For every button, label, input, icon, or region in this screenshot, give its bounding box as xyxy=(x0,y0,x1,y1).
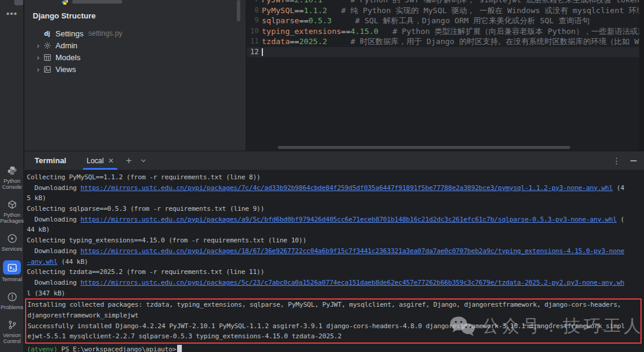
terminal-line-9: -any.whl (44 kB) xyxy=(27,257,644,267)
terminal-type-chevron-icon[interactable] xyxy=(140,157,147,164)
terminal-options-icon[interactable]: ⋮ xyxy=(612,156,621,166)
operator: == xyxy=(295,6,304,15)
new-terminal-tab-button[interactable]: + xyxy=(126,155,132,167)
terminal-output[interactable]: Collecting PyMySQL==1.1.2 (from -r requi… xyxy=(24,170,644,352)
activity-tool-version-control[interactable]: VersionControl xyxy=(0,319,24,344)
download-link[interactable]: https://mirrors.ustc.edu.cn/pypi/package… xyxy=(80,184,613,192)
terminal-text: (4 xyxy=(613,184,624,192)
code-text: PyMySQL==1.1.2 # 纯 Python 实现的 MySQL 驱动， … xyxy=(262,5,644,16)
tab-close-icon[interactable]: ✕ xyxy=(108,157,114,165)
activity-tool-services[interactable]: Services xyxy=(0,232,24,252)
line-number: 10 xyxy=(247,26,259,37)
line-number: 11 xyxy=(247,36,259,47)
tree-item-views[interactable]: ›Views xyxy=(24,63,246,75)
problems-icon xyxy=(5,291,18,303)
tree-item-label: Settings xyxy=(55,29,83,38)
terminal-text: 44 kB) xyxy=(27,226,50,233)
tree-item-admin[interactable]: ›Admin xyxy=(24,39,246,51)
terminal-line-boxed: Installing collected packages: tzdata, t… xyxy=(27,300,640,310)
panel-scrollbar-thumb[interactable] xyxy=(237,0,240,21)
gap xyxy=(332,16,355,25)
editor-line-9: 9sqlparse==0.5.3 # SQL 解析工具，Django ORM 用… xyxy=(247,15,644,26)
terminal-text: (44 kB) xyxy=(57,258,88,266)
terminal-text: l (347 kB) xyxy=(27,289,65,297)
chevron-right-icon[interactable]: › xyxy=(34,53,42,62)
views-icon xyxy=(42,65,52,73)
install-result-highlight-box: Installing collected packages: tzdata, t… xyxy=(25,298,642,344)
code-text: sqlparse==0.5.3 # SQL 解析工具，Django ORM 用它… xyxy=(262,15,590,26)
chevron-right-icon[interactable]: › xyxy=(34,41,42,50)
editor-line-7: 7PyJWT==2.10.1 # Python 的 JWT 编码/解码库， si… xyxy=(247,0,644,5)
terminal-line-8: Downloading https://mirrors.ustc.edu.cn/… xyxy=(27,246,644,257)
terminal-line-3: 5 kB) xyxy=(27,193,644,204)
terminal-text: Downloading xyxy=(27,247,80,255)
editor-lines: 7PyJWT==2.10.1 # Python 的 JWT 编码/解码库， si… xyxy=(247,0,644,57)
line-number: 9 xyxy=(247,15,259,26)
editor-line-8: 8PyMySQL==1.1.2 # 纯 Python 实现的 MySQL 驱动，… xyxy=(247,5,644,16)
download-link[interactable]: https://mirrors.ustc.edu.cn/pypi/package… xyxy=(80,216,617,223)
activity-tool-python-console[interactable]: PythonConsole xyxy=(0,164,24,190)
terminal-tab-local[interactable]: Local ✕ xyxy=(83,151,117,170)
package-name: tzdata xyxy=(262,37,290,46)
tree-item-models[interactable]: ›Models xyxy=(24,51,246,63)
terminal-line-4: Collecting sqlparse==0.5.3 (from -r requ… xyxy=(27,204,644,214)
editor-vertical-scrollbar[interactable] xyxy=(639,0,644,151)
operator: == xyxy=(299,16,309,25)
activity-tool-terminal[interactable]: Terminal xyxy=(0,260,24,282)
terminal-text: Downloading xyxy=(27,216,80,223)
download-link[interactable]: https://mirrors.ustc.edu.cn/pypi/package… xyxy=(80,247,624,255)
code-text: tzdata==2025.2 # 时区数据库，用于 Django 的时区支持。在… xyxy=(262,36,644,47)
activity-tool-python-packages[interactable]: PythonPackages xyxy=(0,198,24,224)
activity-tool-problems[interactable]: Problems xyxy=(0,291,24,310)
terminal-text: Collecting sqlparse==0.5.3 (from -r requ… xyxy=(27,205,264,213)
version-number: 1.1.2 xyxy=(304,6,327,15)
comment-text: # SQL 解析工具，Django ORM 用它来美化或分析 SQL 查询语句 xyxy=(355,16,590,25)
terminal-line-10: Collecting tzdata==2025.2 (from -r requi… xyxy=(27,267,644,278)
terminal-line-5: Downloading https://mirrors.ustc.edu.cn/… xyxy=(27,214,644,225)
project-tree-cut-item[interactable] xyxy=(61,0,122,5)
python-console-icon xyxy=(5,164,18,176)
version-number: 0.5.3 xyxy=(308,16,332,25)
text-caret xyxy=(262,48,263,56)
package-name: PyMySQL xyxy=(262,6,295,15)
activity-tool-label: VersionControl xyxy=(3,332,21,344)
line-number: 8 xyxy=(247,5,259,16)
download-link[interactable]: -any.whl xyxy=(27,258,57,266)
editor-horizontal-scrollbar-thumb[interactable] xyxy=(278,146,570,149)
terminal-text: Collecting tzdata==2025.2 (from -r requi… xyxy=(27,268,264,276)
code-text: typing_extensions==4.15.0 # Python 类型注解扩… xyxy=(262,26,644,37)
editor-line-12: 12 xyxy=(247,47,644,58)
terminal-icon xyxy=(3,260,21,275)
terminal-cursor xyxy=(177,345,182,352)
activity-bar: ••• PythonConsolePythonPackagesServicesT… xyxy=(0,0,24,352)
terminal-text: Downloading xyxy=(27,279,80,286)
chevron-right-icon[interactable]: › xyxy=(34,65,42,74)
table-icon xyxy=(42,53,52,61)
activity-tool-label: Terminal xyxy=(2,276,22,282)
terminal-tab-label: Local xyxy=(86,157,104,165)
activity-tool-label: PythonPackages xyxy=(0,212,24,224)
comment-text: # Python 类型注解扩展（向后兼容老版本 Python），一些新语法或新类… xyxy=(392,27,644,36)
prompt-path: PS E:\workspacedjango\apiauto> xyxy=(57,345,176,352)
tree-item-settings[interactable]: djSettingssettings.py xyxy=(24,27,246,39)
tool-button-stub[interactable] xyxy=(14,0,23,5)
hide-terminal-icon[interactable] xyxy=(630,160,637,161)
terminal-text: 5 kB) xyxy=(27,194,46,202)
terminal-header: Terminal Local ✕ + ⋮ xyxy=(24,151,644,170)
panel-title: Django Structure xyxy=(33,11,95,20)
terminal-text: Collecting typing_extensions==4.15.0 (fr… xyxy=(27,236,306,244)
version-number: 4.15.0 xyxy=(351,27,379,36)
terminal-line-11: Downloading https://mirrors.ustc.edu.cn/… xyxy=(27,278,644,288)
gap xyxy=(323,0,351,4)
activity-tool-label: Services xyxy=(2,246,23,252)
editor-requirements-txt[interactable]: 7PyJWT==2.10.1 # Python 的 JWT 编码/解码库， si… xyxy=(247,0,644,151)
gear-icon xyxy=(42,41,52,49)
more-tool-windows-icon[interactable]: ••• xyxy=(0,8,24,18)
terminal-line-7: Collecting typing_extensions==4.15.0 (fr… xyxy=(27,235,644,246)
comment-text: # 纯 Python 实现的 MySQL 驱动， 一般在 Windows 或没有… xyxy=(341,6,644,15)
terminal-prompt[interactable]: (atvenv) PS E:\workspacedjango\apiauto> xyxy=(27,344,644,352)
terminal-panel: Terminal Local ✕ + ⋮ Collecting PyMySQL=… xyxy=(24,151,644,352)
tree-item-label: Views xyxy=(55,65,76,74)
editor-line-10: 10typing_extensions==4.15.0 # Python 类型注… xyxy=(247,26,644,37)
download-link[interactable]: https://mirrors.ustc.edu.cn/pypi/package… xyxy=(80,279,624,286)
